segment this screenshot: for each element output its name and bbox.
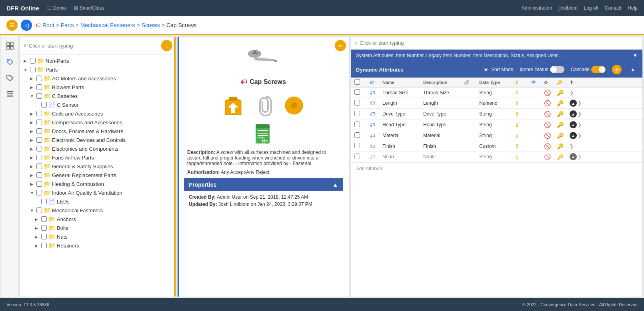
- chevron-non-parts[interactable]: ▶: [24, 59, 28, 63]
- chevron-anchors[interactable]: ▶: [35, 217, 40, 221]
- tree-item-heating[interactable]: ▶ 📁 Heating & Combustion: [20, 179, 176, 188]
- nav-demo[interactable]: ☐ Demo: [47, 5, 66, 11]
- checkbox-general-safety[interactable]: [36, 163, 42, 169]
- tree-item-c-sensor[interactable]: ▶ 📄 C Sensor: [20, 100, 176, 109]
- breadcrumb-screws[interactable]: Screws: [142, 22, 160, 28]
- attr-row-noun[interactable]: 🏷 Noun Noun String ℹ 🚫 🔑 ▲ ❯: [351, 152, 642, 162]
- tree-item-blowers[interactable]: ▶ 📁 Blowers Parts: [20, 83, 176, 92]
- checkbox-c-sensor[interactable]: [41, 102, 47, 108]
- checkbox-leds[interactable]: [41, 199, 47, 204]
- checkbox-indoor[interactable]: [36, 190, 42, 195]
- sidebar-tag-icon[interactable]: [4, 56, 16, 68]
- center-edit-btn[interactable]: ✏: [335, 40, 346, 51]
- attr-row-head-type[interactable]: 🏷 Head Type Head Type String ℹ 🚫 🔑 ▲ ❯: [351, 120, 642, 130]
- breadcrumb-root[interactable]: Root: [42, 22, 54, 28]
- breadcrumb-mechanical-fasteners[interactable]: Mechanical Fasteners: [80, 22, 135, 28]
- sys-attrs-bar[interactable]: System Attributes: Item Number, Legacy I…: [351, 50, 642, 62]
- checkbox-doors[interactable]: [36, 128, 42, 134]
- cb-length[interactable]: [354, 100, 360, 106]
- cb-head-type[interactable]: [354, 122, 360, 127]
- checkbox-parts[interactable]: [30, 67, 36, 72]
- help-link[interactable]: Help: [628, 5, 638, 11]
- chevron-mech-fasteners[interactable]: ▼: [30, 208, 35, 213]
- cascade-toggle[interactable]: [591, 66, 606, 73]
- tree-action-btn[interactable]: ↓: [161, 40, 172, 51]
- tree-item-c-batteries[interactable]: ▼ 📁 C Batteries: [20, 92, 176, 100]
- breadcrumb-btn-blue[interactable]: ◁: [21, 20, 32, 31]
- chevron-parts[interactable]: ▼: [24, 68, 28, 72]
- checkbox-coils[interactable]: [36, 111, 42, 116]
- contact-link[interactable]: Contact: [605, 5, 621, 11]
- tree-item-compressors[interactable]: ▶ 📁 Compressors and Accessories: [20, 118, 176, 127]
- cb-noun[interactable]: [354, 154, 360, 159]
- chevron-nuts[interactable]: ▶: [35, 235, 40, 239]
- chevron-blowers[interactable]: ▶: [30, 85, 35, 90]
- cascade-settings-btn[interactable]: ⚙: [612, 65, 622, 74]
- user-link[interactable]: jlindblom: [558, 5, 577, 11]
- tree-item-electronics[interactable]: ▶ 📁 Electronics and Components: [20, 144, 176, 153]
- attr-row-thread-size[interactable]: 🏷 Thread Size Thread Size String ℹ 🚫 🔑 ❯: [351, 88, 642, 98]
- item-paperclip-icon[interactable]: [252, 94, 276, 118]
- checkbox-non-parts[interactable]: [30, 58, 36, 64]
- item-circle-icon[interactable]: [282, 94, 306, 118]
- breadcrumb-btn-orange[interactable]: ☰: [6, 20, 18, 31]
- tree-item-indoor[interactable]: ▼ 📁 Indoor Air Quality & Ventilation: [20, 188, 176, 197]
- checkbox-nuts[interactable]: [41, 234, 47, 239]
- logoff-link[interactable]: Log off: [584, 5, 598, 11]
- checkbox-electronic[interactable]: [36, 137, 42, 143]
- checkbox-bolts[interactable]: [41, 225, 47, 231]
- tree-item-anchors[interactable]: ▶ 📁 Anchors: [20, 215, 176, 223]
- tree-item-parts[interactable]: ▼ 📁 Parts: [20, 65, 176, 74]
- tree-item-nuts[interactable]: ▶ 📁 Nuts: [20, 232, 176, 241]
- chevron-ac-motors[interactable]: ▶: [30, 76, 35, 81]
- chevron-electronics[interactable]: ▶: [30, 147, 35, 151]
- chevron-bolts[interactable]: ▶: [35, 226, 40, 230]
- checkbox-general-replacement[interactable]: [36, 172, 42, 178]
- nav-smartclass[interactable]: ⊞ SmartClass: [74, 5, 104, 11]
- attr-row-drive-type[interactable]: 🏷 Drive Type Drive Type String ℹ 🚫 🔑 ▲ ❯: [351, 109, 642, 120]
- attr-row-material[interactable]: 🏷 Material Material String ℹ 🚫 🔑 ▲ ❯: [351, 130, 642, 141]
- tree-search-input[interactable]: [29, 43, 159, 49]
- tree-item-fans[interactable]: ▶ 📁 Fans Airflow Parts: [20, 153, 176, 162]
- tree-item-bolts[interactable]: ▶ 📁 Bolts: [20, 223, 176, 232]
- tree-item-leds[interactable]: ▶ 📄 LEDs: [20, 197, 176, 206]
- chevron-heating[interactable]: ▶: [30, 182, 35, 186]
- tree-item-retainers[interactable]: ▶ 📁 Retainers: [20, 241, 176, 250]
- tree-item-mech-fasteners[interactable]: ▼ 📁 Mechanical Fasteners: [20, 206, 176, 215]
- tree-item-doors[interactable]: ▶ 📁 Doors, Enclosures & Hardware: [20, 127, 176, 136]
- checkbox-ac-motors[interactable]: [36, 76, 42, 81]
- attr-row-finish[interactable]: 🏷 Finish Finish Custom ℹ 🚫 🔑 ❯: [351, 141, 642, 152]
- sidebar-list-icon[interactable]: [4, 88, 16, 100]
- chevron-indoor[interactable]: ▼: [30, 191, 35, 195]
- breadcrumb-parts[interactable]: Parts: [61, 22, 74, 28]
- checkbox-fans[interactable]: [36, 155, 42, 160]
- ignore-status-toggle[interactable]: [550, 66, 564, 73]
- tree-item-ac-motors[interactable]: ▶ 📁 AC Motors and Accessories: [20, 74, 176, 83]
- chevron-retainers[interactable]: ▶: [35, 243, 40, 248]
- cb-finish[interactable]: [354, 143, 360, 148]
- add-attribute-row[interactable]: Add Attribute: [351, 162, 642, 175]
- right-search-input[interactable]: [360, 40, 639, 46]
- chevron-electronic[interactable]: ▶: [30, 138, 35, 142]
- tree-item-general-safety[interactable]: ▶ 📁 General & Safety Supplies: [20, 162, 176, 171]
- checkbox-anchors[interactable]: [41, 216, 47, 222]
- attr-row-length[interactable]: 🏷 Length Length Numeric ℹ 🚫 🔑 ▲ ❯: [351, 98, 642, 109]
- dynamic-attrs-collapse-btn[interactable]: ▲: [628, 65, 638, 74]
- checkbox-mech-fasteners[interactable]: [36, 207, 42, 213]
- properties-section[interactable]: Properties ▲: [184, 178, 343, 191]
- chevron-general-safety[interactable]: ▶: [30, 164, 35, 169]
- checkbox-electronics[interactable]: [36, 146, 42, 152]
- chevron-doors[interactable]: ▶: [30, 129, 35, 134]
- checkbox-heating[interactable]: [36, 181, 42, 187]
- checkbox-compressors[interactable]: [36, 120, 42, 125]
- checkbox-c-batteries[interactable]: [36, 93, 42, 99]
- chevron-coils[interactable]: ▶: [30, 112, 35, 116]
- chevron-general-replacement[interactable]: ▶: [30, 173, 35, 177]
- cb-drive-type[interactable]: [354, 111, 360, 116]
- sidebar-grid-icon[interactable]: [4, 40, 16, 52]
- chevron-fans[interactable]: ▶: [30, 156, 35, 160]
- tree-item-coils[interactable]: ▶ 📁 Coils and Accessories: [20, 109, 176, 118]
- chevron-c-batteries[interactable]: ▼: [30, 94, 35, 98]
- checkbox-retainers[interactable]: [41, 243, 47, 248]
- item-tag-icon[interactable]: [221, 94, 245, 118]
